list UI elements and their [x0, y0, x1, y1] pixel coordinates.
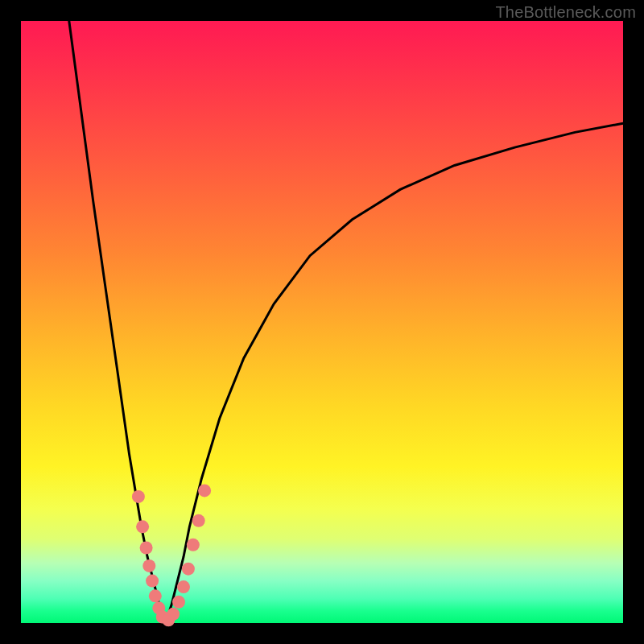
- data-marker: [149, 589, 162, 602]
- plot-area: [21, 21, 623, 623]
- data-marker: [198, 484, 211, 497]
- data-marker: [142, 559, 155, 572]
- data-marker: [146, 575, 159, 588]
- data-marker: [140, 542, 153, 555]
- curve-group: [69, 21, 623, 623]
- curve-bottleneck-curve-left: [69, 21, 166, 623]
- data-marker: [177, 580, 190, 593]
- data-marker: [132, 490, 145, 503]
- data-marker: [192, 514, 205, 527]
- data-marker: [182, 563, 195, 576]
- data-marker: [172, 596, 185, 609]
- data-marker: [136, 520, 149, 533]
- watermark-text: TheBottleneck.com: [495, 3, 636, 22]
- chart-svg: [21, 21, 623, 623]
- curve-bottleneck-curve-right: [166, 123, 624, 623]
- data-marker: [187, 539, 200, 551]
- data-marker: [167, 608, 180, 621]
- chart-frame: TheBottleneck.com: [0, 0, 644, 644]
